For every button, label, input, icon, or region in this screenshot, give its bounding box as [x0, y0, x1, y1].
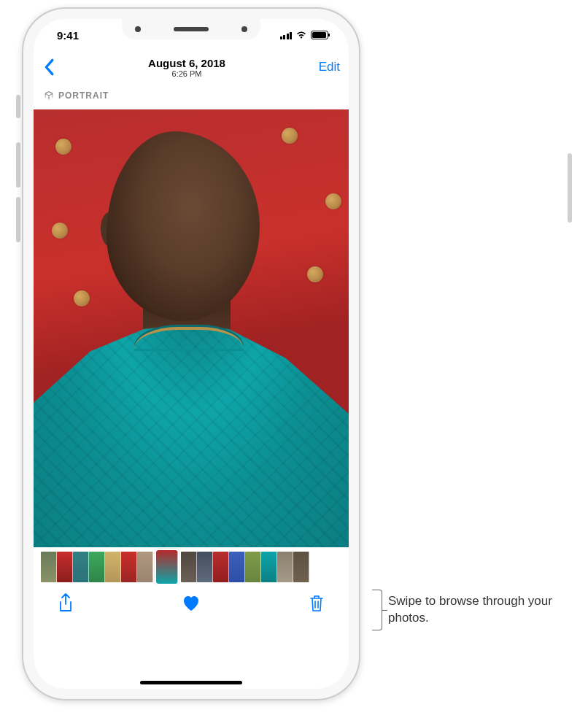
- battery-icon: [311, 31, 328, 39]
- share-icon: [58, 593, 74, 614]
- thumbnail[interactable]: [181, 552, 197, 582]
- nav-time: 6:26 PM: [63, 69, 311, 78]
- thumbnail[interactable]: [293, 552, 309, 582]
- thumbnail[interactable]: [73, 552, 89, 582]
- phone-frame: 9:41 August 6, 2018 6:26 PM Edit PORTRAI…: [22, 7, 360, 700]
- back-button[interactable]: [42, 58, 63, 76]
- thumbnail[interactable]: [105, 552, 121, 582]
- screen: 9:41 August 6, 2018 6:26 PM Edit PORTRAI…: [34, 19, 349, 689]
- thumbnail[interactable]: [213, 552, 229, 582]
- share-button[interactable]: [51, 589, 80, 618]
- bottom-toolbar: [34, 585, 349, 622]
- edit-button[interactable]: Edit: [311, 60, 340, 74]
- favorite-button[interactable]: [177, 589, 206, 618]
- notch: [122, 19, 260, 39]
- callout: Swipe to browse through your photos.: [372, 590, 578, 630]
- status-time: 9:41: [54, 29, 79, 42]
- cellular-signal-icon: [280, 31, 293, 39]
- thumbnail[interactable]: [261, 552, 277, 582]
- thumbnail[interactable]: [137, 552, 153, 582]
- main-photo[interactable]: [34, 109, 349, 547]
- thumbnail[interactable]: [197, 552, 213, 582]
- portrait-badge-label: PORTRAIT: [58, 90, 109, 101]
- nav-bar: August 6, 2018 6:26 PM Edit: [34, 51, 349, 83]
- callout-text: Swipe to browse through your photos.: [388, 593, 578, 627]
- chevron-left-icon: [42, 58, 55, 76]
- cube-icon: [44, 90, 54, 101]
- thumbnail-strip[interactable]: [34, 547, 349, 585]
- heart-icon: [182, 595, 201, 612]
- thumbnail[interactable]: [245, 552, 261, 582]
- nav-date: August 6, 2018: [63, 57, 311, 69]
- thumbnail[interactable]: [41, 552, 57, 582]
- thumbnail[interactable]: [121, 552, 137, 582]
- portrait-badge: PORTRAIT: [44, 90, 109, 101]
- thumbnail[interactable]: [57, 552, 73, 582]
- wifi-icon: [295, 31, 307, 39]
- trash-icon: [309, 594, 325, 613]
- thumbnail[interactable]: [156, 550, 178, 584]
- thumbnail[interactable]: [89, 552, 105, 582]
- home-indicator[interactable]: [140, 681, 242, 684]
- thumbnail[interactable]: [277, 552, 293, 582]
- thumbnail[interactable]: [229, 552, 245, 582]
- delete-button[interactable]: [302, 589, 331, 618]
